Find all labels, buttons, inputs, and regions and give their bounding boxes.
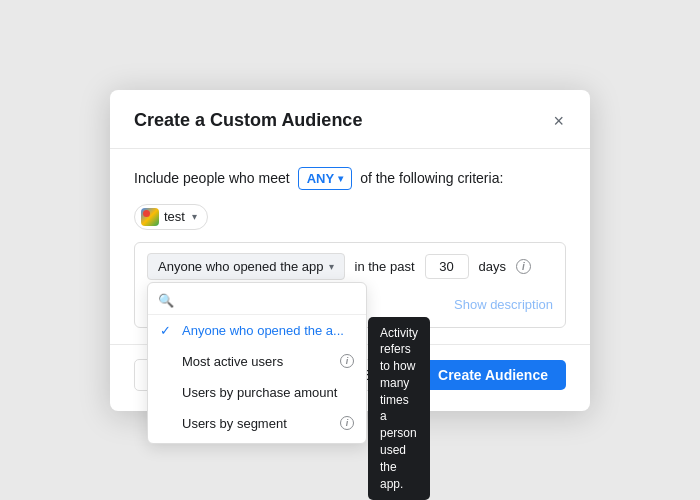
any-dropdown[interactable]: ANY ▾: [298, 167, 352, 190]
opened-app-label: Anyone who opened the app: [158, 259, 324, 274]
segment-info-icon[interactable]: i: [340, 416, 354, 430]
most-active-info-icon[interactable]: i: [340, 354, 354, 368]
any-label: ANY: [307, 171, 334, 186]
days-input[interactable]: [425, 254, 469, 279]
audience-box: Anyone who opened the app ▾ 🔍: [134, 242, 566, 328]
include-label: Include people who meet: [134, 170, 290, 186]
modal: Create a Custom Audience × Include peopl…: [110, 90, 590, 411]
opened-app-dropdown-button[interactable]: Anyone who opened the app ▾: [147, 253, 345, 280]
days-label: days: [479, 259, 506, 274]
create-audience-button[interactable]: Create Audience: [420, 360, 566, 390]
footer-right: Back Create Audience: [345, 359, 566, 391]
show-description-link[interactable]: Show description: [454, 297, 553, 312]
modal-title: Create a Custom Audience: [134, 110, 362, 131]
menu-item-2-label: Most active users: [182, 354, 332, 369]
app-icon: [141, 208, 159, 226]
app-tag-button[interactable]: test ▾: [134, 204, 208, 230]
dropdown-menu: 🔍 ✓ Anyone who opened the a...: [147, 282, 367, 444]
criteria-row: Include people who meet ANY ▾ of the fol…: [134, 167, 566, 190]
app-tag-container: test ▾: [134, 204, 566, 230]
menu-item-2[interactable]: Most active users i: [148, 346, 366, 377]
menu-item-3-label: Users by purchase amount: [182, 385, 354, 400]
days-info-icon[interactable]: i: [516, 259, 531, 274]
past-label: in the past: [355, 259, 415, 274]
any-chevron-icon: ▾: [338, 173, 343, 184]
search-input[interactable]: [180, 293, 356, 308]
modal-overlay: Create a Custom Audience × Include peopl…: [0, 0, 700, 500]
modal-header: Create a Custom Audience ×: [110, 90, 590, 149]
menu-item-4[interactable]: Users by segment i: [148, 408, 366, 439]
following-label: of the following criteria:: [360, 170, 503, 186]
app-chevron-icon: ▾: [192, 211, 197, 222]
audience-top-row: Anyone who opened the app ▾ 🔍: [147, 253, 553, 280]
close-button[interactable]: ×: [551, 110, 566, 132]
menu-item-4-label: Users by segment: [182, 416, 332, 431]
menu-item-3[interactable]: Users by purchase amount: [148, 377, 366, 408]
checkmark-icon: ✓: [160, 323, 174, 338]
modal-body: Include people who meet ANY ▾ of the fol…: [110, 149, 590, 344]
search-icon: 🔍: [158, 293, 174, 308]
menu-item-1-label: Anyone who opened the a...: [182, 323, 354, 338]
search-row: 🔍: [148, 287, 366, 315]
opened-app-dropdown-container: Anyone who opened the app ▾ 🔍: [147, 253, 345, 280]
app-tag-name: test: [164, 209, 185, 224]
opened-app-chevron-icon: ▾: [329, 261, 334, 272]
menu-item-1[interactable]: ✓ Anyone who opened the a...: [148, 315, 366, 346]
